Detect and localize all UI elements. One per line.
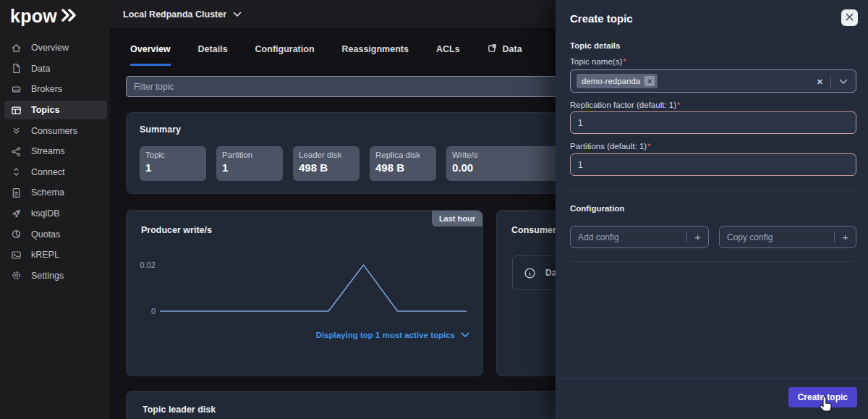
sidebar-item-quotas[interactable]: Quotas <box>0 224 110 245</box>
close-button[interactable] <box>841 9 858 26</box>
pie-chart-icon <box>11 229 22 240</box>
clear-icon[interactable]: ✕ <box>809 77 830 87</box>
leader-disk-title: Topic leader disk <box>142 405 216 415</box>
stat-write-rate: Write/s0.00 <box>446 146 562 181</box>
tab-configuration[interactable]: Configuration <box>255 43 315 66</box>
ytick-zero: 0 <box>131 307 156 316</box>
sidebar-item-topics[interactable]: Topics <box>0 100 110 121</box>
external-link-icon <box>488 43 497 55</box>
select-controls: ✕ <box>809 70 856 93</box>
tag-remove-icon[interactable]: × <box>644 76 655 86</box>
app-logo[interactable]: kpow <box>10 6 80 27</box>
timeframe-badge[interactable]: Last hour <box>432 211 482 227</box>
replication-factor-input[interactable] <box>570 111 856 134</box>
double-chevron-logo-icon <box>61 9 80 25</box>
create-topic-panel: Create topic Topic details Topic name(s)… <box>556 0 868 419</box>
partitions-input[interactable] <box>570 153 856 176</box>
file-icon <box>11 63 22 74</box>
sidebar-item-consumers[interactable]: Consumers <box>0 120 110 141</box>
tab-acls[interactable]: ACLs <box>436 43 460 66</box>
partitions-label: Partitions (default: 1)* <box>570 142 651 151</box>
configuration-section-label: Configuration <box>570 204 624 213</box>
stat-replica-disk: Replica disk498 B <box>370 146 436 181</box>
sidebar-nav: Overview Data Brokers Topics Consumers S… <box>0 38 110 286</box>
file-text-icon <box>11 187 22 198</box>
sidebar-item-settings[interactable]: Settings <box>0 266 110 287</box>
create-topic-button[interactable]: Create topic <box>788 387 857 407</box>
topic-tag: demo-redpanda × <box>576 74 658 88</box>
sidebar-item-overview[interactable]: Overview <box>0 38 110 59</box>
add-config-select[interactable]: Add config + <box>570 226 709 248</box>
sidebar-item-ksqldb[interactable]: ksqlDB <box>0 203 110 224</box>
close-icon <box>846 12 854 23</box>
sidebar-item-krepl[interactable]: kREPL <box>0 245 110 266</box>
sidebar-item-brokers[interactable]: Brokers <box>0 79 110 100</box>
producer-line-svg <box>160 253 467 319</box>
topic-details-section-label: Topic details <box>570 41 620 50</box>
sidebar: kpow Overview Data Brokers Topics Consum… <box>0 0 110 419</box>
producer-write-chart-card: Last hour Producer write/s 0.02 0 Displa… <box>126 210 483 376</box>
copy-config-plus-icon[interactable]: + <box>835 231 856 243</box>
add-config-plus-icon[interactable]: + <box>687 231 708 243</box>
ytick-max: 0.02 <box>131 261 156 269</box>
cluster-selector[interactable]: Local Redpanda Cluster <box>123 9 242 20</box>
chart-topn-link[interactable]: Displaying top 1 most active topics <box>316 331 469 339</box>
divider <box>570 261 854 262</box>
chevrons-up-down-icon <box>11 166 22 177</box>
chevron-down-icon <box>233 9 242 20</box>
panel-footer: Create topic <box>556 378 868 419</box>
rocket-icon <box>11 208 22 219</box>
chevrons-down-icon <box>11 125 22 136</box>
topic-name-multiselect[interactable]: demo-redpanda × ✕ <box>570 69 856 93</box>
gear-icon <box>11 270 22 281</box>
summary-title: Summary <box>140 124 181 135</box>
sidebar-item-connect[interactable]: Connect <box>0 162 110 183</box>
chevron-down-icon[interactable] <box>831 79 856 85</box>
tab-overview[interactable]: Overview <box>130 43 171 66</box>
sidebar-item-data[interactable]: Data <box>0 59 110 80</box>
panel-title: Create topic <box>570 12 633 25</box>
share-icon <box>11 146 22 157</box>
replication-factor-label: Replication factor (default: 1)* <box>570 101 681 109</box>
tab-details[interactable]: Details <box>198 43 228 66</box>
info-icon <box>524 267 536 279</box>
table-icon <box>11 105 22 116</box>
stat-partition: Partition1 <box>216 146 283 181</box>
home-icon <box>11 43 22 54</box>
tab-data[interactable]: Data <box>488 43 522 66</box>
copy-config-select[interactable]: Copy config + <box>719 226 856 248</box>
stat-topic: Topic1 <box>140 146 206 181</box>
topic-name-label: Topic name(s)* <box>570 57 626 66</box>
divider <box>570 190 854 191</box>
drive-icon <box>11 84 22 95</box>
logo-text: kpow <box>10 6 57 27</box>
sidebar-item-schema[interactable]: Schema <box>0 182 110 203</box>
summary-stats: Topic1 Partition1 Leader disk498 B Repli… <box>140 146 562 181</box>
tab-reassignments[interactable]: Reassignments <box>342 43 409 66</box>
topic-tabs: Overview Details Configuration Reassignm… <box>130 43 522 66</box>
producer-chart-title: Producer write/s <box>141 225 212 235</box>
sidebar-item-streams[interactable]: Streams <box>0 141 110 162</box>
stat-leader-disk: Leader disk498 B <box>293 146 359 181</box>
terminal-icon <box>11 250 22 261</box>
chevron-down-icon <box>461 331 469 339</box>
